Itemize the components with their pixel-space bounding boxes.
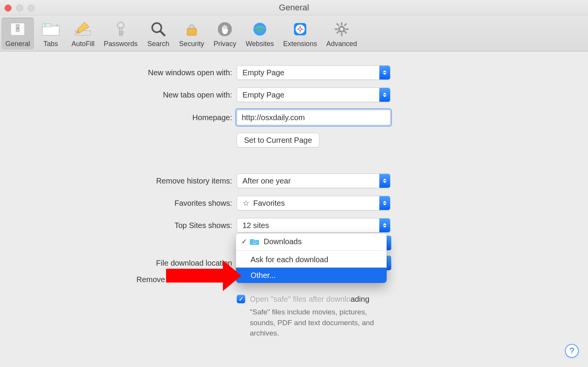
advanced-icon xyxy=(332,20,351,38)
toolbar-tab-advanced[interactable]: Advanced xyxy=(322,18,361,50)
toolbar-tab-label: Security xyxy=(179,40,204,48)
menu-item-label: Ask for each download xyxy=(251,255,328,264)
annotation-arrow xyxy=(166,269,223,283)
new-windows-value: Empty Page xyxy=(243,68,284,77)
general-icon xyxy=(8,20,27,38)
window-title: General xyxy=(279,3,309,13)
new-tabs-value: Empty Page xyxy=(243,91,284,99)
new-windows-label: New windows open with: xyxy=(0,68,237,77)
toolbar-tab-extensions[interactable]: Extensions xyxy=(279,18,321,50)
toolbar-tab-security[interactable]: Security xyxy=(175,18,208,50)
svg-point-9 xyxy=(119,24,122,27)
download-location-menu: ✓ Downloads Ask for each download Other.… xyxy=(236,233,387,283)
privacy-icon xyxy=(216,20,234,38)
menu-item-downloads[interactable]: ✓ Downloads xyxy=(236,233,387,250)
toolbar-tab-search[interactable]: Search xyxy=(143,18,174,50)
toolbar-tab-autofill[interactable]: AutoFill xyxy=(68,18,98,50)
toolbar-tab-label: Passwords xyxy=(104,40,138,48)
folder-icon xyxy=(250,238,260,245)
favorites-label: Favorites shows: xyxy=(0,199,237,208)
svg-rect-43 xyxy=(345,28,349,30)
open-safe-checkbox[interactable]: ✓ xyxy=(237,295,245,303)
svg-point-48 xyxy=(340,28,343,31)
menu-item-label: Other... xyxy=(251,271,276,280)
favorites-popup[interactable]: ☆ Favorites xyxy=(237,196,390,210)
minimize-window-button[interactable] xyxy=(16,5,23,12)
security-icon xyxy=(183,20,201,38)
preferences-toolbar: General × + Tabs AutoFill xyxy=(0,15,588,51)
tabs-icon: × + xyxy=(42,20,60,38)
download-location-label: File download location xyxy=(0,259,237,268)
toolbar-tab-passwords[interactable]: Passwords xyxy=(100,18,141,50)
open-safe-label: Open "safe" files after downloading xyxy=(250,295,390,304)
help-button[interactable]: ? xyxy=(565,344,579,358)
svg-point-2 xyxy=(17,28,18,29)
set-current-page-button[interactable]: Set to Current Page xyxy=(237,133,319,147)
homepage-label: Homepage: xyxy=(0,113,237,122)
websites-icon xyxy=(251,20,269,38)
remove-history-popup[interactable]: After one year xyxy=(237,174,390,188)
menu-item-ask[interactable]: Ask for each download xyxy=(236,251,387,268)
menu-item-other[interactable]: Other... xyxy=(236,268,387,283)
general-preferences-panel: New windows open with: Empty Page New ta… xyxy=(0,51,588,339)
toolbar-tab-label: General xyxy=(5,40,30,48)
extensions-icon xyxy=(291,20,309,38)
remove-history-value: After one year xyxy=(243,177,291,185)
svg-line-14 xyxy=(160,31,164,35)
new-tabs-label: New tabs open with: xyxy=(0,91,237,99)
toolbar-tab-label: Websites xyxy=(246,40,274,48)
chevron-updown-icon xyxy=(386,236,391,250)
toolbar-tab-label: Extensions xyxy=(283,40,317,48)
svg-rect-40 xyxy=(341,22,342,25)
new-tabs-popup[interactable]: Empty Page xyxy=(237,88,390,102)
topsites-value: 12 sites xyxy=(243,221,269,230)
star-icon: ☆ xyxy=(243,198,249,208)
chevron-updown-icon xyxy=(379,88,390,102)
help-icon: ? xyxy=(570,346,574,356)
chevron-updown-icon xyxy=(379,218,390,232)
toolbar-tab-label: AutoFill xyxy=(71,40,95,48)
close-window-button[interactable] xyxy=(5,5,12,12)
svg-point-38 xyxy=(299,28,301,30)
toolbar-tab-tabs[interactable]: × + Tabs xyxy=(35,18,66,50)
svg-text:×: × xyxy=(44,23,46,27)
toolbar-tab-privacy[interactable]: Privacy xyxy=(209,18,240,50)
svg-rect-4 xyxy=(42,24,51,27)
menu-separator xyxy=(236,250,387,251)
svg-rect-15 xyxy=(187,28,196,35)
remove-history-label: Remove history items: xyxy=(0,177,237,185)
chevron-updown-icon xyxy=(379,196,390,210)
toolbar-tab-websites[interactable]: Websites xyxy=(242,18,278,50)
svg-rect-41 xyxy=(341,33,342,36)
checkmark-icon: ✓ xyxy=(241,237,250,246)
safe-note: "Safe" files include movies, pictures, s… xyxy=(250,307,390,339)
titlebar: General xyxy=(0,0,588,15)
autofill-icon xyxy=(74,20,92,38)
passwords-icon xyxy=(111,20,130,38)
svg-rect-44 xyxy=(336,23,339,26)
svg-rect-3 xyxy=(42,26,59,35)
svg-text:+: + xyxy=(56,23,58,27)
favorites-value: Favorites xyxy=(253,199,285,208)
homepage-input[interactable] xyxy=(237,110,390,125)
chevron-updown-icon xyxy=(379,66,390,79)
zoom-window-button[interactable] xyxy=(28,5,35,12)
toolbar-tab-label: Tabs xyxy=(43,40,58,48)
window-controls xyxy=(5,5,35,12)
svg-rect-42 xyxy=(335,28,338,30)
menu-item-label: Downloads xyxy=(264,237,302,246)
svg-rect-12 xyxy=(120,34,123,35)
chevron-updown-icon xyxy=(386,256,391,270)
toolbar-tab-label: Search xyxy=(148,40,169,48)
toolbar-tab-general[interactable]: General xyxy=(2,18,34,50)
new-windows-popup[interactable]: Empty Page xyxy=(237,65,390,80)
svg-rect-46 xyxy=(344,23,347,26)
svg-rect-11 xyxy=(120,31,123,33)
search-icon xyxy=(149,20,168,38)
chevron-updown-icon xyxy=(379,174,390,188)
toolbar-tab-label: Privacy xyxy=(214,40,236,48)
topsites-popup[interactable]: 12 sites xyxy=(237,218,390,233)
button-label: Set to Current Page xyxy=(244,136,312,145)
topsites-label: Top Sites shows: xyxy=(0,221,237,230)
toolbar-tab-label: Advanced xyxy=(326,40,357,48)
